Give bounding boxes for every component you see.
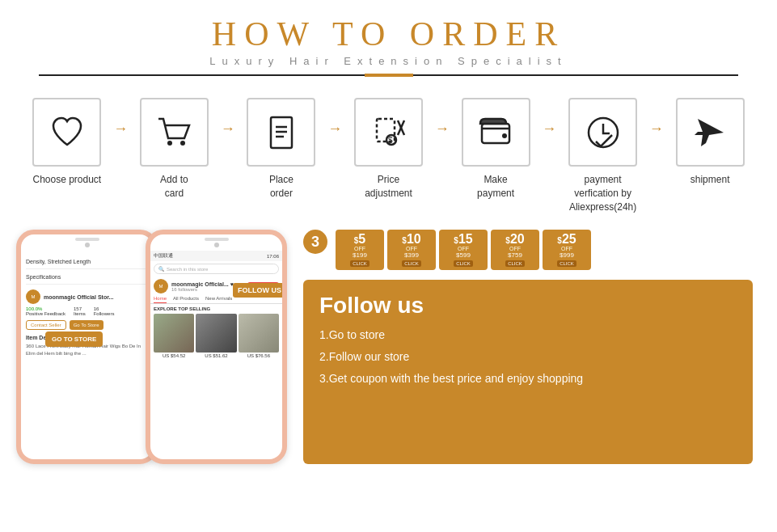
svg-point-1 xyxy=(180,141,185,146)
coupon-20-price: $759 xyxy=(496,251,534,259)
coupon-row: $5 OFF $199 CLICK $10 OFF $399 CLICK $15… xyxy=(336,230,591,270)
right-section: 3 $5 OFF $199 CLICK $10 OFF $399 CLICK $… xyxy=(303,230,753,464)
phone2-store-name: moonmagic Official... ♥ xyxy=(171,281,234,287)
feedback-label: Positive Feedback xyxy=(26,311,65,316)
explore-label: EXPLORE TOP SELLING xyxy=(150,304,282,314)
wallet-icon xyxy=(475,112,516,153)
shipment-icon-box xyxy=(676,98,745,167)
phone1-camera xyxy=(85,243,90,247)
arrow-6: → xyxy=(645,98,667,137)
coupon-10-amount: $10 xyxy=(392,233,431,246)
make-payment-icon-box xyxy=(462,98,530,167)
coupon-15-amount: $15 xyxy=(444,233,483,246)
arrow-4: → xyxy=(431,98,453,137)
coupon-25-amount: $25 xyxy=(547,233,586,246)
follow-box: Follow us 1.Go to store 2.Follow our sto… xyxy=(303,280,753,464)
step-shipment: shipment xyxy=(667,98,753,187)
nav-new-arrivals[interactable]: New Arrivals xyxy=(205,296,232,303)
step-payment-verification-label: paymentverfication byAliexpress(24h) xyxy=(569,173,636,213)
bottom-section: Density, Stretched Length › Specificatio… xyxy=(0,222,777,472)
screen-line-specs: Specifications › xyxy=(26,269,148,285)
phone2-speaker xyxy=(205,238,229,241)
product-item-3[interactable]: US $76.56 xyxy=(239,314,279,358)
step-price-adjustment-label: Priceadjustment xyxy=(365,173,412,201)
arrow-2: → xyxy=(217,98,239,137)
go-to-store-badge[interactable]: GO TO STORE xyxy=(45,331,103,347)
product-grid: US $54.52 US $51.62 US $76.56 xyxy=(150,314,282,358)
product-item-2[interactable]: US $51.62 xyxy=(196,314,236,358)
product-price-1: US $54.52 xyxy=(154,353,194,358)
product-price-3: US $76.56 xyxy=(239,353,279,358)
follow-item-3: 3.Get coupon with the best price and enj… xyxy=(319,370,737,387)
coupon-10[interactable]: $10 OFF $399 CLICK xyxy=(387,230,436,270)
items-label: Items xyxy=(74,311,86,316)
coupon-15-price: $599 xyxy=(444,251,483,259)
cart-icon xyxy=(154,112,194,153)
page-title: HOW TO ORDER xyxy=(0,15,777,53)
page-subtitle: Luxury Hair Extension Specialist xyxy=(0,55,777,67)
product-price-2: US $51.62 xyxy=(196,353,236,358)
phone2-store-followers: 16 followers xyxy=(171,287,234,292)
contact-seller-button[interactable]: Contact Seller xyxy=(26,320,66,330)
coupon-25[interactable]: $25 OFF $999 CLICK xyxy=(543,230,591,270)
follow-us-badge: FOLLOW US xyxy=(233,283,286,298)
feedback-stat: 100.0% Positive Feedback xyxy=(26,306,65,316)
svg-rect-11 xyxy=(482,124,509,143)
coupon-15-click: CLICK xyxy=(454,260,473,267)
follow-item-1: 1.Go to store xyxy=(319,327,737,344)
search-placeholder: Search in this store xyxy=(167,267,208,272)
step3-header: 3 $5 OFF $199 CLICK $10 OFF $399 CLICK $… xyxy=(303,230,753,277)
product-img-3 xyxy=(239,314,279,353)
phone-2: 中国联通 17:06 🔍 Search in this store M moon… xyxy=(146,230,287,464)
clock-check-icon xyxy=(583,112,623,153)
product-img-1 xyxy=(154,314,194,353)
nav-home[interactable]: Home xyxy=(154,296,167,303)
phone2-store-avatar: M xyxy=(154,279,168,293)
density-label: Density, Stretched Length xyxy=(26,259,91,264)
arrow-5: → xyxy=(538,98,560,137)
coupon-20-click: CLICK xyxy=(505,260,525,267)
place-order-icon-box xyxy=(247,98,315,167)
add-to-card-icon-box xyxy=(140,98,209,167)
coupon-5-price: $199 xyxy=(340,251,379,259)
price-scissors-icon: $ xyxy=(369,112,409,153)
search-icon: 🔍 xyxy=(158,266,164,272)
header-divider xyxy=(39,74,738,77)
step3-badge: 3 xyxy=(303,230,327,254)
goto-store-button[interactable]: Go To Store xyxy=(70,320,103,330)
phone1-speaker xyxy=(75,238,99,241)
nav-all-products[interactable]: All Products xyxy=(173,296,199,303)
payment-verification-icon-box xyxy=(568,98,637,167)
step-place-order: Placeorder xyxy=(239,98,324,201)
phone-1: Density, Stretched Length › Specificatio… xyxy=(16,230,158,464)
carrier-label: 中国联通 xyxy=(154,252,173,260)
phone2-topbar: 中国联通 17:06 xyxy=(150,251,282,261)
document-icon xyxy=(261,112,302,153)
phone2-search-bar[interactable]: 🔍 Search in this store xyxy=(154,264,279,274)
follow-box-title: Follow us xyxy=(319,293,737,319)
coupon-15[interactable]: $15 OFF $599 CLICK xyxy=(439,230,488,270)
coupon-5[interactable]: $5 OFF $199 CLICK xyxy=(336,230,384,270)
followers-stat: 16 Followers xyxy=(94,306,115,316)
store-stats: 100.0% Positive Feedback 157 Items 16 Fo… xyxy=(26,306,148,316)
coupon-20[interactable]: $20 OFF $759 CLICK xyxy=(491,230,539,270)
page-header: HOW TO ORDER Luxury Hair Extension Speci… xyxy=(0,0,777,82)
follow-item-2: 2.Follow our store xyxy=(319,348,737,365)
product-item-1[interactable]: US $54.52 xyxy=(154,314,194,358)
btn-row: Contact Seller Go To Store xyxy=(26,320,148,330)
coupon-5-click: CLICK xyxy=(350,260,369,267)
phones-container: Density, Stretched Length › Specificatio… xyxy=(16,230,287,464)
heart-icon xyxy=(47,112,87,153)
followers-label: Followers xyxy=(94,311,115,316)
step-payment-verification: paymentverfication byAliexpress(24h) xyxy=(560,98,646,213)
step-add-to-card-label: Add tocard xyxy=(160,173,188,201)
coupon-20-off: OFF xyxy=(496,246,534,251)
svg-text:$: $ xyxy=(388,135,393,144)
store-avatar: M xyxy=(26,289,40,304)
svg-point-12 xyxy=(502,133,507,138)
items-stat: 157 Items xyxy=(74,306,86,316)
screen-line-density: Density, Stretched Length › xyxy=(26,254,148,269)
coupon-10-price: $399 xyxy=(392,251,431,259)
coupon-10-off: OFF xyxy=(392,246,431,251)
coupon-25-click: CLICK xyxy=(557,260,576,267)
